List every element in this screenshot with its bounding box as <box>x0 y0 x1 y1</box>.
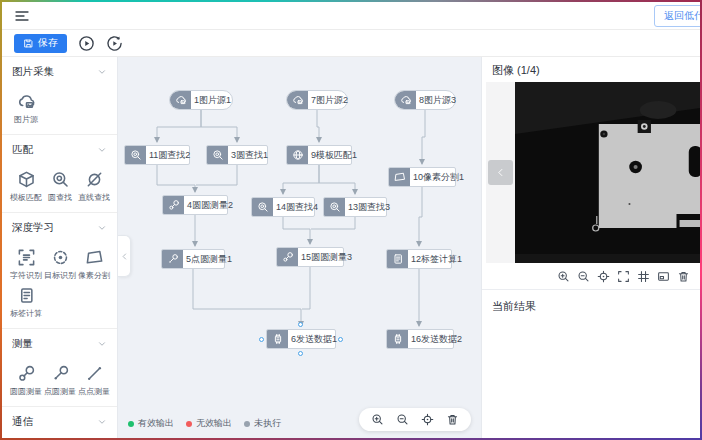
tool-label: 标签计算 <box>10 308 42 319</box>
zoom-out-icon[interactable] <box>577 270 590 283</box>
fullscreen-icon[interactable] <box>617 270 630 283</box>
tool-item-point-circle-measure[interactable]: 点圆测量 <box>43 364 77 397</box>
circle-find-icon <box>324 198 345 216</box>
node-circle-find-2[interactable]: 11圆查找2 <box>124 145 190 165</box>
image-panel-title: 图像 (1/4) <box>482 57 700 82</box>
section-title: 通信 <box>12 415 33 429</box>
label-calc-icon <box>17 286 36 305</box>
connection-handle[interactable] <box>338 337 343 342</box>
chevron-left-icon <box>120 252 129 261</box>
locate-icon[interactable] <box>597 270 610 283</box>
section-header[interactable]: 图片采集 <box>2 57 117 83</box>
node-send-data-1[interactable]: 6发送数据1 <box>266 329 336 349</box>
tool-label: 圆查找 <box>48 192 72 203</box>
measure-cc-icon <box>277 248 298 266</box>
run-once-button[interactable] <box>106 35 123 52</box>
tool-label: 字符识别 <box>10 270 42 281</box>
tool-item-line-find[interactable]: 直线查找 <box>77 170 111 203</box>
flow-canvas[interactable]: 1图片源1 7图片源2 8图片源3 11圆查找2 3圆查找1 <box>118 57 481 438</box>
not-run-dot <box>244 421 250 427</box>
circle-find-icon <box>207 146 228 164</box>
measure-cc-icon <box>17 364 36 383</box>
section-header[interactable]: 测量 <box>2 329 117 355</box>
node-circle-find-4[interactable]: 14圆查找4 <box>251 197 315 217</box>
node-circle-circle-measure-2[interactable]: 4圆圆测量2 <box>162 195 228 215</box>
segment-icon <box>389 168 410 186</box>
node-circle-find-3[interactable]: 13圆查找3 <box>323 197 387 217</box>
section-header[interactable]: 匹配 <box>2 135 117 161</box>
node-label: 6发送数据1 <box>288 330 340 348</box>
zoom-in-icon[interactable] <box>371 413 384 426</box>
label-calc-icon <box>387 250 408 268</box>
previous-image-button[interactable] <box>488 160 513 185</box>
tool-item-pixel-segment[interactable]: 像素分割 <box>77 248 111 281</box>
section-header[interactable]: 通信 <box>2 407 117 433</box>
measure-pc-icon <box>51 364 70 383</box>
connection-handle[interactable] <box>259 337 264 342</box>
tool-item-image-source[interactable]: 图片源 <box>9 92 43 125</box>
back-to-lowcode-button[interactable]: 返回低代 <box>654 5 700 27</box>
tool-item-label-calc[interactable]: 标签计算 <box>9 286 43 319</box>
legend-label: 有效输出 <box>138 417 174 430</box>
connection-handle[interactable] <box>298 351 303 356</box>
section-image-capture: 图片采集 图片源 <box>2 57 117 135</box>
node-label: 12标签计算1 <box>408 250 465 268</box>
cloud-image-icon <box>395 91 416 109</box>
node-pixel-segment-1[interactable]: 10像素分割1 <box>388 167 456 187</box>
legend-label: 未执行 <box>254 417 281 430</box>
node-point-circle-measure-1[interactable]: 5点圆测量1 <box>161 249 225 269</box>
menu-icon[interactable] <box>14 8 30 24</box>
tool-item-circle-circle-measure[interactable]: 圆圆测量 <box>9 364 43 397</box>
status-legend: 有效输出 无效输出 未执行 <box>128 417 281 430</box>
tool-label: 图片源 <box>14 114 38 125</box>
image-toolbar <box>482 263 700 289</box>
node-label-calc-1[interactable]: 12标签计算1 <box>386 249 452 269</box>
node-circle-find-1[interactable]: 3圆查找1 <box>206 145 268 165</box>
zoom-out-icon[interactable] <box>396 413 409 426</box>
save-button[interactable]: 保存 <box>14 34 67 53</box>
cloud-image-icon <box>287 91 308 109</box>
trash-icon[interactable] <box>446 413 459 426</box>
node-label: 5点圆测量1 <box>183 250 235 268</box>
node-image-source-2[interactable]: 7图片源2 <box>286 90 348 110</box>
locate-icon[interactable] <box>421 413 434 426</box>
preview-image[interactable] <box>515 82 700 263</box>
tool-item-ocr[interactable]: 字符识别 <box>9 248 43 281</box>
tool-item-target-detect[interactable]: 目标识别 <box>43 248 77 281</box>
node-image-source-1[interactable]: 1图片源1 <box>169 90 233 110</box>
circle-find-icon <box>125 146 146 164</box>
sidebar-collapse-handle[interactable] <box>118 235 131 277</box>
section-measurement: 测量 圆圆测量 点圆测量 <box>2 329 117 407</box>
node-label: 7图片源2 <box>308 91 351 109</box>
node-label: 9模板匹配1 <box>308 146 360 164</box>
canvas-zoom-toolbar <box>359 408 471 431</box>
chevron-down-icon <box>97 67 107 77</box>
fit-image-icon[interactable] <box>657 270 670 283</box>
tool-item-circle-find[interactable]: 圆查找 <box>43 170 77 203</box>
zoom-in-icon[interactable] <box>557 270 570 283</box>
tool-label: 点圆测量 <box>44 386 76 397</box>
tool-item-point-point-measure[interactable]: 点点测量 <box>77 364 111 397</box>
node-send-data-2[interactable]: 16发送数据2 <box>386 329 454 349</box>
node-label: 1图片源1 <box>191 91 234 109</box>
connection-handle[interactable] <box>298 322 303 327</box>
section-header[interactable]: 深度学习 <box>2 213 117 239</box>
node-template-match-1[interactable]: 9模板匹配1 <box>286 145 352 165</box>
node-image-source-3[interactable]: 8图片源3 <box>394 90 456 110</box>
current-result-title: 当前结果 <box>482 290 700 323</box>
section-deep-learning: 深度学习 字符识别 目标识别 <box>2 213 117 329</box>
trash-icon[interactable] <box>677 270 690 283</box>
run-button[interactable] <box>78 35 95 52</box>
grid-icon[interactable] <box>637 270 650 283</box>
image-viewer <box>482 82 700 263</box>
tool-item-template-match[interactable]: 模板匹配 <box>9 170 43 203</box>
segment-icon <box>85 248 104 267</box>
tool-label: 像素分割 <box>78 270 110 281</box>
node-circle-circle-measure-3[interactable]: 15圆圆测量3 <box>276 247 344 267</box>
node-label: 8图片源3 <box>416 91 459 109</box>
chevron-left-icon <box>495 167 506 178</box>
measure-cc-icon <box>163 196 184 214</box>
section-title: 深度学习 <box>12 221 54 235</box>
tool-sidebar: 图片采集 图片源 匹配 <box>2 57 118 438</box>
circle-find-icon <box>252 198 273 216</box>
